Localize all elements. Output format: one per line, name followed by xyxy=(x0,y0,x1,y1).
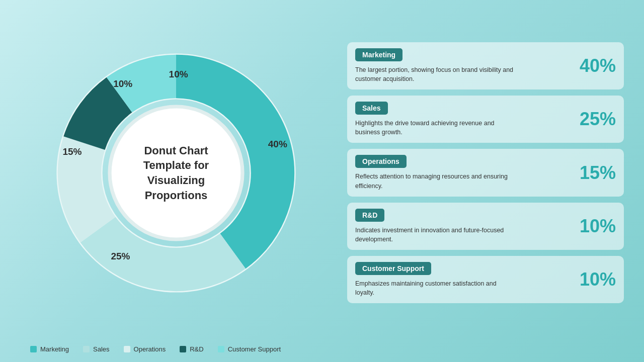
card-title-badge: Customer Support xyxy=(355,262,431,275)
card-title-badge: Sales xyxy=(355,102,388,115)
chart-section: Donut Chart Template for Visualizing Pro… xyxy=(20,52,332,294)
legend-dot xyxy=(218,346,224,352)
card-left: R&D Indicates investment in innovation a… xyxy=(355,209,571,244)
legend-label: Customer Support xyxy=(228,345,281,353)
card-left: Operations Reflects attention to managin… xyxy=(355,155,571,190)
card-left: Marketing The largest portion, showing f… xyxy=(355,48,571,83)
legend-item-operations: Operations xyxy=(124,345,166,353)
card-left: Customer Support Emphasizes maintaining … xyxy=(355,262,571,297)
legend-label: Operations xyxy=(134,345,166,353)
legend-dot xyxy=(83,346,90,352)
legend-dot xyxy=(180,346,186,352)
card-customer-support: Customer Support Emphasizes maintaining … xyxy=(347,256,624,303)
donut-container: Donut Chart Template for Visualizing Pro… xyxy=(55,52,297,294)
legend-item-sales: Sales xyxy=(83,345,110,353)
legend-label: Sales xyxy=(93,345,110,353)
legend-label: R&D xyxy=(190,345,203,353)
legend-item-customer-support: Customer Support xyxy=(218,345,281,353)
card-description: Reflects attention to managing resources… xyxy=(355,172,516,190)
legend: Marketing Sales Operations R&D Customer … xyxy=(0,340,644,362)
card-title-badge: Operations xyxy=(355,155,407,168)
card-description: Emphasizes maintaining customer satisfac… xyxy=(355,279,516,297)
card-sales: Sales Highlights the drive toward achiev… xyxy=(347,96,624,143)
card-percent: 40% xyxy=(571,55,616,76)
card-description: Highlights the drive toward achieving re… xyxy=(355,119,516,137)
card-marketing: Marketing The largest portion, showing f… xyxy=(347,42,624,89)
legend-label: Marketing xyxy=(40,345,69,353)
donut-center-label: Donut Chart Template for Visualizing Pro… xyxy=(126,143,226,203)
card-operations: Operations Reflects attention to managin… xyxy=(347,149,624,196)
main-content: Donut Chart Template for Visualizing Pro… xyxy=(0,0,644,340)
legend-dot xyxy=(30,346,37,352)
label-operations: 15% xyxy=(62,146,82,157)
card-randd: R&D Indicates investment in innovation a… xyxy=(347,203,624,250)
label-rd: 10% xyxy=(113,78,132,89)
card-percent: 25% xyxy=(571,109,616,130)
card-percent: 10% xyxy=(571,216,616,237)
card-description: Indicates investment in innovation and f… xyxy=(355,226,516,244)
card-title-badge: R&D xyxy=(355,209,384,222)
card-left: Sales Highlights the drive toward achiev… xyxy=(355,102,571,137)
label-sales: 25% xyxy=(111,251,130,262)
card-percent: 10% xyxy=(571,269,616,290)
cards-section: Marketing The largest portion, showing f… xyxy=(332,42,624,303)
legend-dot xyxy=(124,346,130,352)
legend-item-marketing: Marketing xyxy=(30,345,69,353)
legend-item-r&d: R&D xyxy=(180,345,203,353)
label-marketing: 40% xyxy=(268,139,287,150)
card-title-badge: Marketing xyxy=(355,48,403,61)
chart-title: Donut Chart Template for Visualizing Pro… xyxy=(126,143,226,203)
card-description: The largest portion, showing focus on br… xyxy=(355,65,516,83)
label-support: 10% xyxy=(169,69,188,80)
card-percent: 15% xyxy=(571,162,616,184)
